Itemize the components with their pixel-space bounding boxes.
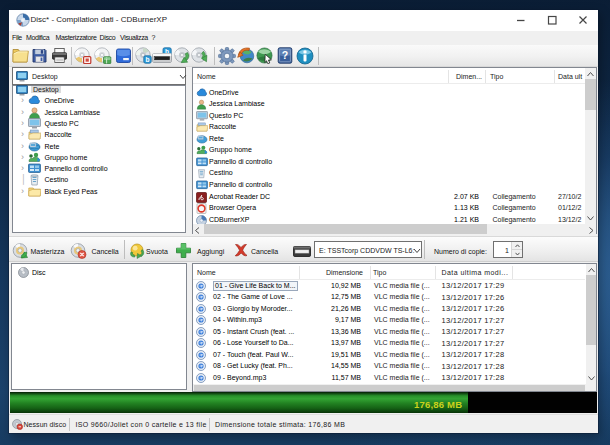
svg-text:?: ? — [282, 49, 288, 61]
svg-text:b: b — [146, 56, 150, 63]
